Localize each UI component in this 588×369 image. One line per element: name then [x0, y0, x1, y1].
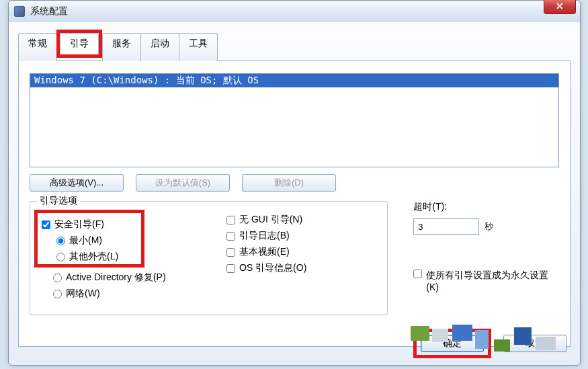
delete-button: 删除(D) [242, 174, 336, 192]
bootlog-label: 引导日志(B) [239, 230, 290, 242]
basevideo-checkbox[interactable] [226, 248, 235, 257]
basevideo-row[interactable]: 基本视频(E) [226, 246, 379, 258]
radio-altshell-label: 其他外壳(L) [69, 251, 118, 263]
ok-button[interactable]: 确定 [421, 335, 484, 352]
list-buttons-row: 高级选项(V)... 设为默认值(S) 删除(D) [30, 174, 559, 192]
boot-tab-pane: Windows 7 (C:\Windows) : 当前 OS; 默认 OS 高级… [18, 60, 571, 347]
os-listbox[interactable]: Windows 7 (C:\Windows) : 当前 OS; 默认 OS [30, 73, 559, 167]
bootlog-row[interactable]: 引导日志(B) [226, 230, 379, 242]
radio-network-label: 网络(W) [66, 288, 100, 300]
timeout-label: 超时(T): [413, 201, 559, 213]
cancel-button[interactable]: 取消 [503, 335, 566, 352]
permanent-row[interactable]: 使所有引导设置成为永久设置(K) [413, 270, 559, 292]
close-button[interactable]: ✕ [544, 0, 576, 14]
permanent-label: 使所有引导设置成为永久设置(K) [426, 270, 559, 292]
advanced-options-button[interactable]: 高级选项(V)... [30, 174, 124, 192]
radio-dsrepair-row[interactable]: Active Directory 修复(P) [53, 272, 226, 284]
highlight-safeboot: 安全引导(F) 最小(M) 其他外壳(L) [34, 210, 144, 268]
window-title: 系统配置 [30, 5, 68, 17]
highlight-ok: 确定 [413, 329, 491, 358]
lower-section: 引导选项 安全引导(F) 最小(M) [30, 201, 559, 315]
timeout-pane: 超时(T): 秒 使所有引导设置成为永久设置(K) [413, 201, 559, 315]
msconfig-window: 系统配置 ✕ 常规 引导 服务 启动 工具 Windows 7 (C:\Wind… [8, 0, 581, 366]
tab-services[interactable]: 服务 [102, 33, 141, 61]
osinfo-row[interactable]: OS 引导信息(O) [226, 262, 379, 274]
safe-boot-checkbox[interactable] [42, 220, 50, 229]
app-icon [14, 6, 25, 17]
tab-startup[interactable]: 启动 [140, 33, 179, 61]
radio-minimal-row[interactable]: 最小(M) [56, 235, 137, 247]
radio-minimal-label: 最小(M) [69, 235, 102, 247]
radio-dsrepair-label: Active Directory 修复(P) [66, 272, 166, 284]
tab-boot[interactable]: 引导 [60, 33, 99, 54]
safe-boot-checkbox-row[interactable]: 安全引导(F) [42, 218, 137, 231]
nogui-row[interactable]: 无 GUI 引导(N) [226, 214, 379, 226]
tab-tools[interactable]: 工具 [179, 33, 218, 61]
safe-boot-label: 安全引导(F) [54, 218, 104, 231]
radio-altshell-row[interactable]: 其他外壳(L) [56, 251, 137, 263]
client-area: 常规 引导 服务 启动 工具 Windows 7 (C:\Windows) : … [9, 22, 580, 365]
boot-options-group: 引导选项 安全引导(F) 最小(M) [30, 201, 388, 315]
radio-altshell[interactable] [56, 253, 65, 261]
title-bar[interactable]: 系统配置 ✕ [9, 1, 580, 22]
radio-minimal[interactable] [56, 237, 65, 245]
bootlog-checkbox[interactable] [226, 232, 235, 241]
radio-dsrepair[interactable] [53, 274, 62, 282]
dialog-button-row: 确定 取消 [413, 329, 566, 358]
boot-options-legend: 引导选项 [37, 195, 80, 207]
basevideo-label: 基本视频(E) [239, 246, 290, 258]
timeout-unit: 秒 [485, 220, 493, 233]
tab-general[interactable]: 常规 [18, 33, 57, 61]
nogui-checkbox[interactable] [226, 216, 235, 224]
permanent-checkbox[interactable] [413, 270, 422, 278]
os-list-item[interactable]: Windows 7 (C:\Windows) : 当前 OS; 默认 OS [30, 74, 558, 87]
nogui-label: 无 GUI 引导(N) [239, 214, 302, 226]
highlight-boot-tab: 引导 [56, 30, 102, 58]
osinfo-checkbox[interactable] [226, 264, 235, 273]
radio-network-row[interactable]: 网络(W) [53, 288, 226, 300]
set-default-button: 设为默认值(S) [136, 174, 230, 192]
radio-network[interactable] [53, 290, 62, 298]
tab-strip: 常规 引导 服务 启动 工具 [18, 33, 571, 61]
osinfo-label: OS 引导信息(O) [239, 262, 306, 274]
timeout-input[interactable] [413, 218, 479, 235]
